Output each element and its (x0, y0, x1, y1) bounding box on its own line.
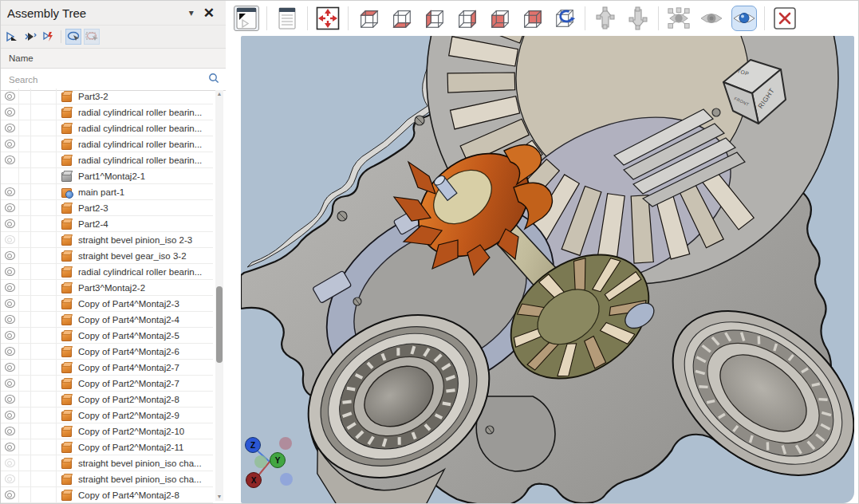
tree-row-content: Copy of Part2^Montaj2-7 (57, 376, 213, 391)
tree-indent (31, 360, 57, 375)
visibility-toggle[interactable] (1, 376, 19, 391)
move-down-icon[interactable] (625, 6, 651, 31)
part-label: Copy of Part2^Montaj2-7 (78, 379, 179, 388)
view-cube[interactable]: TOP RIGHT FRONT (711, 53, 798, 130)
part-label: Copy of Part4^Montaj2-6 (78, 347, 179, 356)
visibility-toggle[interactable] (1, 152, 19, 167)
tree-row[interactable]: Part1^Montaj2-1 (1, 168, 213, 184)
tree-row[interactable]: main part-1 (1, 184, 213, 200)
view-back-icon[interactable] (519, 6, 545, 31)
tree-row[interactable]: Copy of Part4^Montaj2-4 (1, 312, 213, 328)
tree-row-content: main part-1 (57, 184, 213, 199)
view-top-icon[interactable] (356, 6, 381, 31)
part-label: Part3-2 (78, 92, 108, 101)
scrollbar-thumb[interactable] (216, 286, 223, 363)
tree-column-header[interactable]: Name (1, 49, 226, 69)
axis-neg-y[interactable] (279, 437, 292, 450)
tree-row[interactable]: Copy of Part4^Montaj2-8 (1, 487, 213, 503)
tree-scrollbar[interactable]: ▲ ▼ (215, 90, 223, 501)
visibility-toggle[interactable] (1, 344, 19, 359)
isolate-part-icon[interactable] (4, 29, 20, 45)
tree-indent (19, 344, 31, 359)
tree-row[interactable]: straight bevel pinion_iso cha... (1, 471, 213, 487)
tree-row[interactable]: Copy of Part2^Montaj2-9 (1, 408, 213, 423)
tree-row[interactable]: straight bevel pinion_iso cha... (1, 455, 213, 471)
visibility-toggle[interactable] (1, 248, 19, 263)
select-highlight-icon[interactable] (65, 29, 81, 45)
scroll-up-icon[interactable]: ▲ (215, 90, 223, 98)
visibility-toggle[interactable] (1, 471, 19, 486)
tree-row[interactable]: radial cylindrical roller bearin... (1, 136, 213, 152)
tree-row[interactable]: radial cylindrical roller bearin... (1, 152, 213, 168)
search-icon[interactable] (208, 73, 219, 87)
visibility-toggle[interactable] (1, 168, 19, 183)
tree-row[interactable]: radial cylindrical roller bearin... (1, 264, 213, 280)
tree-row[interactable]: Copy of Part4^Montaj2-5 (1, 328, 213, 344)
visibility-toggle[interactable] (1, 296, 19, 311)
axis-neg-z[interactable] (254, 455, 267, 468)
visibility-toggle[interactable] (1, 423, 19, 439)
tree-row[interactable]: Part3^Montaj2-2 (1, 280, 213, 296)
visibility-toggle[interactable] (1, 439, 19, 455)
visibility-toggle[interactable] (1, 328, 19, 343)
scroll-down-icon[interactable]: ▼ (215, 493, 223, 501)
visibility-toggle[interactable] (1, 360, 19, 375)
search-input[interactable] (7, 74, 205, 85)
visibility-toggle[interactable] (1, 120, 19, 136)
panel-collapse-button[interactable]: ▾ (184, 6, 199, 20)
tree-row[interactable]: Copy of Part4^Montaj2-7 (1, 360, 213, 376)
view-properties-icon[interactable] (274, 6, 300, 31)
tree-row[interactable]: Copy of Part2^Montaj2-10 (1, 423, 213, 439)
tree-row[interactable]: Copy of Part2^Montaj2-11 (1, 439, 213, 455)
axis-neg-x[interactable] (280, 473, 293, 486)
tree-row[interactable]: Part2-3 (1, 200, 213, 216)
update-tree-icon[interactable] (41, 29, 57, 45)
tree-row[interactable]: Copy of Part4^Montaj2-3 (1, 296, 213, 312)
tree-row[interactable]: straight bevel pinion_iso 2-3 (1, 232, 213, 248)
axis-triad[interactable]: Z Y X (242, 433, 301, 492)
view-left-icon[interactable] (421, 6, 447, 31)
view-right-icon[interactable] (454, 6, 479, 31)
zoom-to-fit-icon[interactable] (315, 6, 341, 31)
visibility-toggle[interactable] (1, 264, 19, 279)
tree-row[interactable]: radial cylindrical roller bearin... (1, 120, 213, 136)
view-front-icon[interactable] (487, 6, 512, 31)
orient-part-icon[interactable] (22, 29, 38, 45)
move-up-icon[interactable] (593, 6, 618, 31)
visibility-toggle[interactable] (1, 200, 19, 215)
show-hidden-icon[interactable] (699, 6, 724, 31)
visibility-toggle[interactable] (1, 312, 19, 327)
tree-row[interactable]: Copy of Part2^Montaj2-8 (1, 392, 213, 408)
visibility-toggle[interactable] (1, 280, 19, 295)
toggle-structure-panel-icon[interactable] (234, 6, 259, 31)
tree-row[interactable]: Part3-2 (1, 89, 213, 104)
visibility-toggle[interactable] (1, 487, 19, 502)
tree-row[interactable]: radial cylindrical roller bearin... (1, 104, 213, 120)
panel-close-button[interactable]: ✕ (199, 3, 219, 23)
toggle-visibility-icon[interactable] (731, 6, 757, 31)
part-label: Copy of Part4^Montaj2-8 (78, 490, 179, 500)
part-icon (61, 171, 72, 181)
visibility-toggle[interactable] (1, 104, 19, 120)
visibility-toggle[interactable] (1, 89, 19, 104)
visibility-toggle[interactable] (1, 392, 19, 407)
hide-selected-icon[interactable] (666, 6, 692, 31)
part-icon (61, 426, 72, 436)
view-isometric-icon[interactable] (552, 6, 577, 31)
part-icon (61, 330, 72, 341)
tree-row[interactable]: Part2-4 (1, 216, 213, 232)
visibility-toggle[interactable] (1, 408, 19, 423)
visibility-toggle[interactable] (1, 184, 19, 199)
visibility-toggle[interactable] (1, 455, 19, 471)
tree-indent (31, 248, 57, 263)
visibility-toggle[interactable] (1, 232, 19, 247)
visibility-toggle[interactable] (1, 216, 19, 231)
select-box-icon[interactable] (84, 29, 100, 45)
viewport-3d[interactable]: TOP RIGHT FRONT Z Y X (241, 36, 854, 503)
tree-row[interactable]: Copy of Part2^Montaj2-7 (1, 376, 213, 392)
tree-row[interactable]: Copy of Part4^Montaj2-6 (1, 344, 213, 360)
view-bottom-icon[interactable] (388, 6, 414, 31)
visibility-toggle[interactable] (1, 136, 19, 152)
close-icon[interactable] (772, 6, 798, 31)
tree-row[interactable]: straight bevel gear_iso 3-2 (1, 248, 213, 264)
